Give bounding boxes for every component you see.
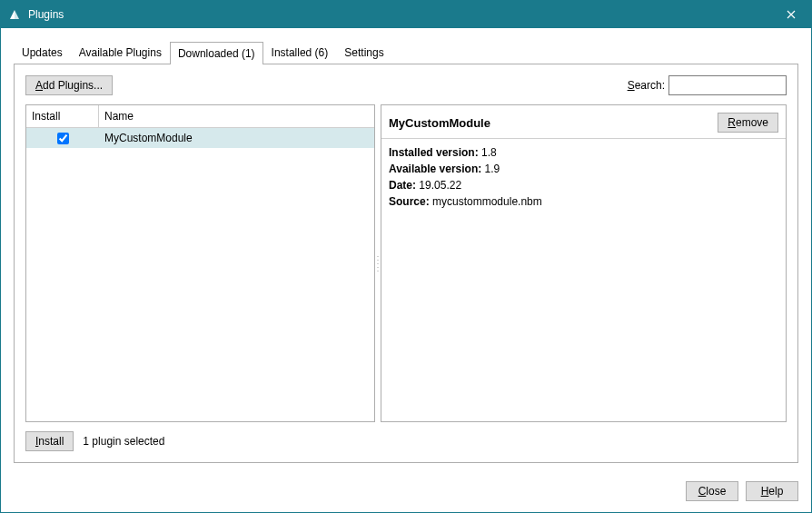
- plugin-table: Install Name MyCustomModule: [25, 104, 375, 422]
- toolbar: Add Plugins... Search:: [25, 75, 787, 95]
- remove-button[interactable]: Remove: [718, 113, 778, 133]
- table-row[interactable]: MyCustomModule: [26, 128, 374, 148]
- titlebar: Plugins: [1, 1, 811, 28]
- footer-row: Install 1 plugin selected: [25, 431, 787, 451]
- plugins-dialog: Plugins Updates Available Plugins Downlo…: [0, 0, 812, 513]
- tab-pane: Updates Available Plugins Downloaded (1)…: [14, 41, 798, 463]
- tab-body: Add Plugins... Search: Install Name: [14, 64, 798, 463]
- cell-install: [26, 130, 99, 147]
- divider: [381, 138, 786, 139]
- col-name[interactable]: Name: [99, 105, 374, 127]
- detail-header: MyCustomModule Remove: [381, 105, 786, 138]
- install-button[interactable]: Install: [25, 431, 74, 451]
- tab-installed[interactable]: Installed (6): [263, 41, 337, 64]
- table-header: Install Name: [26, 105, 374, 128]
- tab-strip: Updates Available Plugins Downloaded (1)…: [14, 41, 798, 64]
- tab-updates[interactable]: Updates: [14, 41, 71, 64]
- window-title: Plugins: [28, 8, 770, 21]
- cell-name: MyCustomModule: [99, 132, 374, 144]
- dialog-buttons: Close Help: [1, 472, 811, 512]
- gripper-dots-icon: ·····: [377, 254, 380, 272]
- installed-version-row: Installed version: 1.8: [389, 144, 778, 161]
- detail-panel: MyCustomModule Remove Installed version:…: [381, 104, 787, 422]
- detail-body: Installed version: 1.8 Available version…: [381, 144, 786, 217]
- search-wrap: Search:: [628, 75, 787, 95]
- source-row: Source: mycustommodule.nbm: [389, 193, 778, 210]
- tab-settings[interactable]: Settings: [336, 41, 391, 64]
- add-plugins-button[interactable]: Add Plugins...: [25, 75, 113, 95]
- app-icon: [1, 7, 28, 22]
- search-input[interactable]: [668, 75, 787, 95]
- tab-available[interactable]: Available Plugins: [71, 41, 170, 64]
- install-checkbox[interactable]: [57, 133, 69, 144]
- selection-status: 1 plugin selected: [83, 435, 164, 448]
- tab-downloaded[interactable]: Downloaded (1): [170, 42, 263, 64]
- content-area: Updates Available Plugins Downloaded (1)…: [1, 28, 811, 472]
- date-row: Date: 19.05.22: [389, 177, 778, 193]
- close-button[interactable]: Close: [686, 481, 738, 501]
- detail-title: MyCustomModule: [389, 116, 490, 130]
- close-icon[interactable]: [770, 1, 811, 28]
- search-label: Search:: [628, 79, 665, 92]
- help-button[interactable]: Help: [746, 481, 798, 501]
- split-pane: Install Name MyCustomModule ·····: [25, 104, 787, 422]
- available-version-row: Available version: 1.9: [389, 161, 778, 177]
- col-install[interactable]: Install: [26, 105, 99, 127]
